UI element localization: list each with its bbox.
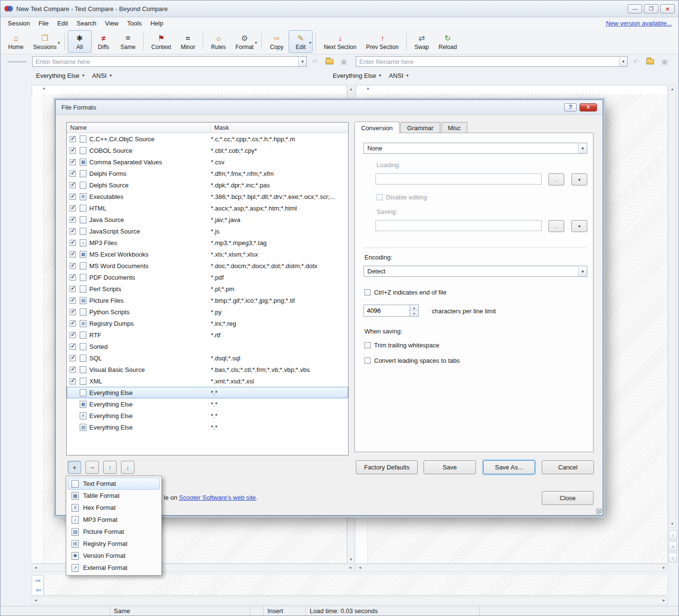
factory-defaults-button[interactable]: Factory Defaults bbox=[356, 460, 418, 474]
loading-command-input[interactable] bbox=[376, 173, 542, 185]
scroll-left-icon[interactable]: ◄ bbox=[32, 564, 39, 571]
format-list-row[interactable]: HTML *.ascx;*.asp;*.aspx;*.htm;*.html bbox=[67, 202, 348, 214]
add-format-menu-item[interactable]: # Hex Format bbox=[68, 502, 160, 514]
copy-button[interactable]: ⇨ Copy bbox=[265, 30, 289, 53]
format-enabled-checkbox[interactable] bbox=[70, 297, 76, 304]
new-version-link[interactable]: New version available... bbox=[606, 20, 672, 27]
next-section-button[interactable]: ↓ Next Section bbox=[319, 30, 361, 53]
format-enabled-checkbox[interactable] bbox=[70, 228, 76, 234]
scroll-left-icon[interactable]: ◄ bbox=[32, 597, 39, 604]
left-format-select[interactable]: Everything Else ▾ bbox=[32, 71, 88, 80]
format-list-row[interactable]: Visual Basic Source *.bas;*.cls;*.ctl;*.… bbox=[67, 364, 348, 375]
format-enabled-checkbox[interactable] bbox=[70, 136, 76, 142]
context-button[interactable]: ⚑ Context bbox=[146, 30, 176, 53]
close-button[interactable]: Close bbox=[542, 491, 594, 505]
format-enabled-checkbox[interactable] bbox=[70, 148, 76, 154]
format-list-row[interactable]: ▦ MS Excel Workbooks *.xls;*.xlsm;*.xlsx bbox=[67, 248, 348, 260]
merge-left-icon[interactable]: ⇦ bbox=[32, 585, 44, 595]
format-list-row[interactable]: Delphi Forms *.dfm;*.fmx;*.nfm;*.xfm bbox=[67, 168, 348, 179]
loading-dropdown-button[interactable]: ▾ bbox=[571, 173, 587, 185]
center-diff-button[interactable]: ○ bbox=[668, 542, 677, 551]
add-format-menu-item[interactable]: ♪ MP3 Format bbox=[68, 514, 160, 526]
swap-button[interactable]: ⇄ Swap bbox=[410, 30, 434, 53]
trim-whitespace-checkbox[interactable]: Trim trailing whitespace bbox=[364, 342, 439, 349]
format-enabled-checkbox[interactable] bbox=[70, 251, 76, 258]
format-list-row[interactable]: COBOL Source *.cbl;*.cob;*.cpy* bbox=[67, 145, 348, 156]
format-enabled-checkbox[interactable] bbox=[70, 344, 76, 350]
format-list-row[interactable]: ⊞ Registry Dumps *.ini;*.reg bbox=[67, 318, 348, 329]
line-limit-input[interactable] bbox=[364, 305, 410, 317]
left-save-button[interactable]: ▣ bbox=[338, 56, 350, 67]
format-list-row[interactable]: ♪ MP3 Files *.mp3;*.mpeg3;*.tag bbox=[67, 237, 348, 248]
left-filename-dropdown-button[interactable]: ▾ bbox=[298, 57, 306, 66]
merge-right-icon[interactable]: ⇨ bbox=[32, 576, 44, 585]
format-list-row[interactable]: RTF *.rtf bbox=[67, 329, 348, 341]
window-close-button[interactable]: × bbox=[660, 4, 675, 13]
scroll-up-icon[interactable]: ▲ bbox=[348, 86, 355, 93]
prev-diff-button[interactable]: ↑ bbox=[668, 530, 677, 540]
merge-output-pane[interactable] bbox=[44, 575, 668, 595]
format-list-row[interactable]: ▨ Everything Else *.* bbox=[67, 421, 348, 433]
format-enabled-checkbox[interactable] bbox=[70, 217, 76, 223]
menu-item[interactable]: Tools bbox=[123, 18, 146, 28]
format-enabled-checkbox[interactable] bbox=[70, 286, 76, 292]
format-list-row[interactable]: Everything Else *.* bbox=[67, 387, 348, 398]
all-button[interactable]: ✱ All bbox=[68, 30, 92, 53]
format-enabled-checkbox[interactable] bbox=[70, 194, 76, 200]
edit-button[interactable]: ✎ Edit ▾ bbox=[289, 30, 313, 53]
add-format-menu-item[interactable]: ✱ Version Format bbox=[68, 550, 160, 562]
menu-item[interactable]: View bbox=[101, 18, 123, 28]
move-format-down-button[interactable]: ↓ bbox=[121, 461, 134, 474]
format-list-row[interactable]: JavaScript Source *.js bbox=[67, 225, 348, 237]
conversion-select[interactable]: None ▾ bbox=[364, 143, 587, 154]
prev-section-button[interactable]: ↑ Prev Section bbox=[361, 30, 403, 53]
sessions-button[interactable]: ❐ Sessions ▾ bbox=[28, 30, 61, 53]
format-enabled-checkbox[interactable] bbox=[70, 320, 76, 327]
eof-checkbox[interactable]: Ctrl+Z indicates end of file bbox=[364, 289, 447, 296]
add-format-button[interactable]: + bbox=[68, 461, 81, 474]
right-save-button[interactable]: ▣ bbox=[658, 56, 671, 67]
convert-spaces-checkbox[interactable]: Convert leading spaces to tabs bbox=[364, 357, 460, 364]
scroll-left-icon[interactable]: ◄ bbox=[356, 564, 364, 571]
right-pane-vscrollbar[interactable]: ▲ ▼ bbox=[668, 85, 676, 528]
format-list-row[interactable]: Python Scripts *.py bbox=[67, 306, 348, 318]
add-format-menu-item[interactable]: ⊞ Registry Format bbox=[68, 538, 160, 550]
format-list-row[interactable]: Java Source *.jav;*.java bbox=[67, 214, 348, 225]
dialog-close-button[interactable]: × bbox=[580, 103, 597, 111]
resize-grip-icon[interactable] bbox=[596, 508, 602, 514]
format-list-row[interactable]: MS Word Documents *.doc;*.docm;*.docx;*.… bbox=[67, 260, 348, 271]
tab[interactable]: Misc bbox=[441, 122, 468, 134]
format-list-row[interactable]: Delphi Source *.dpk;*.dpr;*.inc;*.pas bbox=[67, 179, 348, 191]
scroll-down-icon[interactable]: ▼ bbox=[669, 520, 676, 528]
right-browse-button[interactable] bbox=[644, 56, 656, 67]
menu-item[interactable]: Search bbox=[73, 18, 101, 28]
format-list-row[interactable]: ▨ Picture Files *.bmp;*.gif;*.ico;*.jpg;… bbox=[67, 295, 348, 306]
format-button[interactable]: ⚙ Format ▾ bbox=[230, 30, 258, 53]
menu-item[interactable]: Edit bbox=[53, 18, 72, 28]
merge-hscrollbar[interactable]: ◄ ► bbox=[32, 596, 668, 604]
format-list-row[interactable]: ▦ Comma Separated Values *.csv bbox=[67, 156, 348, 168]
diffs-button[interactable]: ≠ Diffs bbox=[92, 30, 116, 53]
saving-dropdown-button[interactable]: ▾ bbox=[571, 220, 587, 232]
format-list-row[interactable]: ⚙ Executables *.386;*.bcp;*.bpl;*.dll;*.… bbox=[67, 191, 348, 202]
scroll-down-icon[interactable]: ▼ bbox=[348, 556, 355, 563]
spin-down-icon[interactable]: ▾ bbox=[410, 311, 418, 316]
format-enabled-checkbox[interactable] bbox=[70, 378, 76, 384]
format-enabled-checkbox[interactable] bbox=[70, 171, 76, 177]
right-filename-dropdown-button[interactable]: ▾ bbox=[619, 57, 627, 66]
format-enabled-checkbox[interactable] bbox=[70, 205, 76, 211]
right-format-select[interactable]: Everything Else ▾ bbox=[329, 71, 385, 80]
add-format-menu-item[interactable]: ▦ Table Format bbox=[68, 490, 160, 502]
format-list-row[interactable]: ▦ Everything Else *.* bbox=[67, 398, 348, 410]
format-list-row[interactable]: Perl Scripts *.pl;*.pm bbox=[67, 283, 348, 295]
add-format-menu-item[interactable]: ▨ Picture Format bbox=[68, 526, 160, 538]
encoding-select[interactable]: Detect ▾ bbox=[364, 266, 587, 277]
reload-button[interactable]: ↻ Reload bbox=[434, 30, 461, 53]
loading-browse-button[interactable]: ... bbox=[548, 173, 564, 185]
scroll-right-icon[interactable]: ► bbox=[660, 597, 667, 604]
format-enabled-checkbox[interactable] bbox=[70, 332, 76, 338]
restore-button[interactable]: ❐ bbox=[644, 4, 658, 13]
toolbar-grip[interactable] bbox=[7, 61, 26, 62]
dialog-help-button[interactable]: ? bbox=[564, 103, 577, 111]
minor-button[interactable]: ≈ Minor bbox=[176, 30, 200, 53]
